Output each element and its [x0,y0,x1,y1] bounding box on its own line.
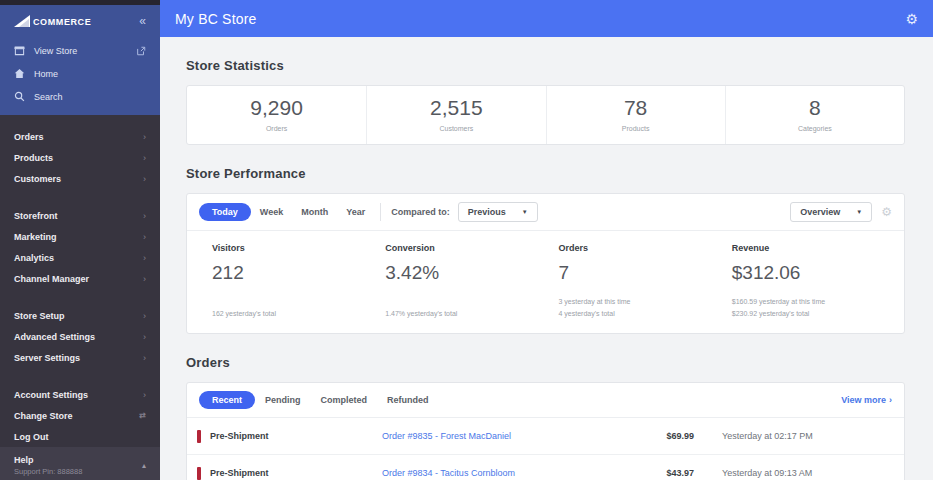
chevron-right-icon: › [143,390,146,400]
sidebar-item-orders[interactable]: Orders › [0,126,160,147]
sidebar-item-customers[interactable]: Customers › [0,168,160,189]
tab-refunded[interactable]: Refunded [377,395,439,405]
tab-week[interactable]: Week [251,207,292,217]
sidebar-item-label: View Store [34,46,127,56]
logo-row: COMMERCE « [0,5,160,39]
tab-month[interactable]: Month [292,207,337,217]
chevron-right-icon: › [143,174,146,184]
sidebar-item-label: Store Setup [14,311,65,321]
sidebar-item-channel-manager[interactable]: Channel Manager › [0,268,160,289]
view-more-label: View more [841,395,886,405]
chevron-right-icon: › [143,311,146,321]
chevron-right-icon: › [143,274,146,284]
chevron-right-icon: › [143,232,146,242]
status-color-bar [197,467,201,480]
sidebar-item-log-out[interactable]: Log Out [0,426,160,447]
sidebar-item-analytics[interactable]: Analytics › [0,247,160,268]
sidebar-item-home[interactable]: Home [0,62,160,85]
nav-group-account: Account Settings › Change Store ⇄ Log Ou… [0,377,160,447]
overview-value: Overview [800,207,840,217]
sidebar-item-account-settings[interactable]: Account Settings › [0,384,160,405]
sidebar-item-label: Products [14,153,53,163]
metric-sub2: 1.47% yesterday's total [385,308,545,320]
toolbar-divider [380,203,381,221]
dashboard-content: Store Statistics 9,290 Orders 2,515 Cust… [160,37,933,480]
metric-label: Visitors [212,243,372,253]
status-color-bar [197,430,201,443]
metric-sub2: 4 yesterday's total [559,308,719,320]
stat-value: 78 [547,96,725,120]
stat-value: 9,290 [187,96,366,120]
order-row: Pre-Shipment Order #9834 - Tacitus Cornb… [187,455,904,480]
metric-value: 3.42% [385,262,545,284]
collapse-sidebar-button[interactable]: « [139,15,146,27]
sidebar-item-store-setup[interactable]: Store Setup › [0,305,160,326]
select-caret-icon: ▼ [856,209,862,215]
metric-visitors: Visitors 212 162 yesterday's total [199,243,372,320]
sidebar-nav: Orders › Products › Customers › Storefro… [0,115,160,447]
stat-label: Categories [726,125,904,132]
home-icon [14,68,25,79]
chevron-right-icon: › [143,153,146,163]
performance-settings-gear-icon[interactable]: ⚙ [881,206,892,218]
metric-sub2: $230.92 yesterday's total [732,308,892,320]
overview-select[interactable]: Overview ▼ [790,202,872,222]
metric-value: 212 [212,262,372,284]
order-link[interactable]: Order #9834 - Tacitus Cornbloom [382,468,634,478]
store-statistics-heading: Store Statistics [186,58,905,73]
help-title: Help [14,455,82,465]
tab-today[interactable]: Today [199,203,251,221]
main-area: My BC Store ⚙ Store Statistics 9,290 Ord… [160,0,933,480]
metric-label: Orders [559,243,719,253]
sidebar-item-label: Orders [14,132,44,142]
tab-year[interactable]: Year [337,207,374,217]
gear-icon[interactable]: ⚙ [905,12,918,26]
status-label: Pre-Shipment [210,431,269,441]
performance-toolbar: Today Week Month Year Compared to: Previ… [187,194,904,230]
caret-up-icon: ▴ [142,461,146,470]
toolbar-right-group: Overview ▼ ⚙ [790,202,892,222]
sidebar-item-label: Search [34,92,146,102]
metric-label: Conversion [385,243,545,253]
nav-group-settings: Store Setup › Advanced Settings › Server… [0,298,160,368]
metric-subtext: 1.47% yesterday's total [385,308,545,320]
compared-to-select[interactable]: Previous ▼ [458,202,538,222]
stat-categories: 8 Categories [725,86,904,144]
sidebar-item-products[interactable]: Products › [0,147,160,168]
store-statistics-card: 9,290 Orders 2,515 Customers 78 Products… [186,85,905,145]
store-performance-heading: Store Performance [186,166,905,181]
sidebar-item-change-store[interactable]: Change Store ⇄ [0,405,160,426]
compared-to-label: Compared to: [391,207,450,217]
tab-pending[interactable]: Pending [255,395,311,405]
view-more-link[interactable]: View more› [841,395,892,405]
metric-value: $312.06 [732,262,892,284]
tab-completed[interactable]: Completed [311,395,378,405]
search-icon [14,91,25,102]
order-amount: $43.97 [634,468,694,478]
chevron-right-icon: › [143,353,146,363]
tab-recent[interactable]: Recent [199,391,255,409]
sidebar-item-marketing[interactable]: Marketing › [0,226,160,247]
sidebar-item-label: Advanced Settings [14,332,95,342]
metric-orders: Orders 7 3 yesterday at this time 4 yest… [546,243,719,320]
chevron-right-icon: › [889,395,892,405]
sidebar-item-storefront[interactable]: Storefront › [0,205,160,226]
orders-card: Recent Pending Completed Refunded View m… [186,382,905,480]
select-caret-icon: ▼ [522,209,528,215]
bigcommerce-logo: COMMERCE [14,15,91,27]
sidebar-item-label: Analytics [14,253,54,263]
orders-tabs: Recent Pending Completed Refunded View m… [187,383,904,418]
help-panel[interactable]: Help Support Pin: 888888 ▴ [0,447,160,480]
sidebar-item-server-settings[interactable]: Server Settings › [0,347,160,368]
order-link[interactable]: Order #9835 - Forest MacDaniel [382,431,634,441]
performance-metrics: Visitors 212 162 yesterday's total Conve… [187,230,904,333]
chevron-right-icon: › [143,332,146,342]
sidebar-item-view-store[interactable]: View Store [0,39,160,62]
metric-revenue: Revenue $312.06 $160.59 yesterday at thi… [719,243,892,320]
app-window: COMMERCE « View Store Home [0,0,933,480]
metric-sub1: 3 yesterday at this time [559,296,719,308]
sidebar-item-advanced-settings[interactable]: Advanced Settings › [0,326,160,347]
sidebar-item-search[interactable]: Search [0,85,160,108]
sidebar-item-label: Server Settings [14,353,80,363]
order-status: Pre-Shipment [197,430,382,443]
